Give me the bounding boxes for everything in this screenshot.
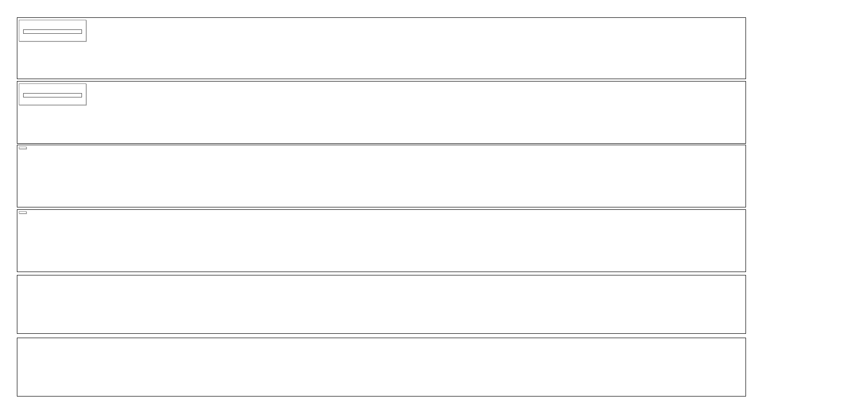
panel-temperature bbox=[17, 338, 746, 396]
panel-v-velocity bbox=[17, 81, 746, 144]
std-absi-heatmap bbox=[17, 210, 746, 272]
imos-copyright-watermark bbox=[748, 226, 756, 366]
panel-std-absi bbox=[17, 209, 746, 272]
v-colorbar-legend bbox=[19, 83, 86, 105]
mean-absi-label bbox=[19, 147, 27, 149]
std-absi-label bbox=[19, 211, 27, 214]
temperature-lineplot bbox=[17, 338, 746, 396]
panel-u-velocity bbox=[17, 17, 746, 79]
v-velocity-heatmap bbox=[17, 82, 746, 143]
panel-mean-absi bbox=[17, 145, 746, 207]
mean-absi-heatmap bbox=[17, 145, 746, 207]
depth-variation-lineplot bbox=[17, 275, 746, 333]
u-velocity-heatmap bbox=[17, 18, 746, 79]
u-colorbar-legend bbox=[19, 20, 86, 41]
figure-root bbox=[0, 0, 868, 410]
panel-depth-variation bbox=[17, 275, 746, 334]
u-colorbar bbox=[23, 29, 82, 34]
v-colorbar bbox=[23, 93, 82, 97]
